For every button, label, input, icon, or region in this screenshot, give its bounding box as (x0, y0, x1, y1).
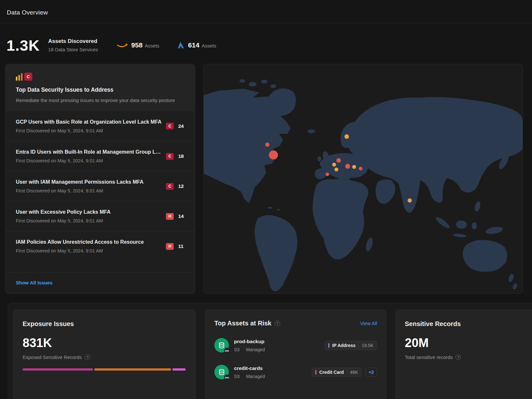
page-title: Data Overview (7, 9, 48, 16)
aws-asset-count: 958 (131, 41, 143, 49)
asset-status: Managed (246, 374, 265, 379)
sensitive-data-tag: IP Address 19.5K (325, 341, 377, 350)
issues-card-header: C Top Data Security Issues to Address Re… (5, 64, 195, 111)
issue-row[interactable]: User with Excessive Policy Lacks MFA Fir… (5, 201, 195, 231)
issue-count: 14 (178, 213, 185, 219)
issue-count: 11 (178, 243, 185, 249)
exposure-issues-label: Exposed Sensitive Records (23, 354, 82, 360)
provider-stat-aws: 958 Assets (117, 41, 159, 49)
tag-divider (347, 368, 347, 376)
issues-card-title: Top Data Security Issues to Address (16, 87, 185, 93)
tag-value: 46K (350, 370, 358, 375)
asset-name: prod-backup (234, 339, 320, 344)
map-marker[interactable] (345, 164, 350, 169)
asset-status: Managed (246, 347, 265, 352)
critical-badge-icon: C (24, 73, 32, 81)
help-icon[interactable] (275, 321, 280, 326)
map-marker[interactable] (352, 165, 356, 169)
issue-row[interactable]: Entra ID Users with Built-In Role at Man… (5, 141, 195, 171)
issue-discovered-date: First Discovered on May 5, 2024, 9:01 AM (16, 248, 162, 253)
asset-service: S3 (234, 347, 240, 352)
map-marker[interactable] (265, 143, 269, 147)
issue-count: 18 (178, 153, 185, 159)
sensitive-records-value: 20M (405, 336, 532, 350)
issue-title: User with IAM Management Permissions Lac… (16, 179, 162, 185)
sensitive-records-card: Sensitive Records 20M Total sensitive re… (395, 310, 532, 399)
severity-badge: C (166, 123, 174, 129)
map-marker[interactable] (332, 163, 336, 167)
issue-discovered-date: First Discovered on May 5, 2024, 9:01 AM (16, 128, 162, 133)
top-security-issues-card: C Top Data Security Issues to Address Re… (5, 64, 195, 294)
issue-row[interactable]: GCP Users with Basic Role at Organizatio… (5, 111, 195, 141)
map-marker[interactable] (334, 168, 338, 171)
map-marker[interactable] (336, 158, 341, 163)
sensitive-data-tag: Credit Card 46K (312, 368, 362, 377)
help-icon[interactable] (85, 354, 90, 360)
issues-card-subtitle: Remediate the most pressing issues to im… (16, 97, 185, 103)
severity-badge: C (166, 183, 174, 190)
issue-discovered-date: First Discovered on May 5, 2024, 9:01 AM (16, 218, 162, 223)
tag-label: Credit Card (319, 370, 344, 375)
tag-accent-bar (315, 370, 316, 374)
severity-badge: H (166, 213, 174, 220)
issue-row[interactable]: User with IAM Management Permissions Lac… (5, 171, 195, 201)
issue-title: User with Excessive Policy Lacks MFA (16, 209, 162, 215)
issue-discovered-date: First Discovered on May 5, 2024, 9:01 AM (16, 188, 162, 193)
azure-asset-unit: Assets (202, 43, 216, 48)
asset-row[interactable]: aws credit-cards S3 Managed Credit Card … (214, 365, 377, 379)
tag-accent-bar (328, 343, 329, 348)
exposure-bar-segment (23, 368, 93, 371)
issue-title: IAM Policies Allow Unrestricted Access t… (16, 239, 162, 245)
exposure-issues-title: Exposure Issues (23, 320, 186, 328)
azure-logo-icon (176, 41, 185, 49)
severity-bars-icon (16, 73, 23, 81)
header-divider (0, 23, 532, 23)
provider-stat-azure: 614 Assets (176, 41, 216, 49)
view-all-link[interactable]: View All (360, 321, 377, 326)
map-marker[interactable] (408, 198, 412, 202)
exposure-issues-card: Exposure Issues 831K Exposed Sensitive R… (13, 310, 196, 399)
azure-asset-count: 614 (188, 41, 200, 49)
sensitive-records-title: Sensitive Records (405, 320, 532, 328)
issue-discovered-date: First Discovered on May 5, 2024, 9:01 AM (16, 158, 162, 163)
database-icon: aws (214, 365, 229, 379)
issues-list: GCP Users with Basic Role at Organizatio… (5, 111, 195, 272)
exposure-issues-value: 831K (23, 336, 186, 350)
map-dots-layer (204, 64, 523, 293)
asset-service: S3 (234, 374, 240, 379)
tag-value: 19.5K (362, 343, 373, 348)
issue-row[interactable]: IAM Policies Allow Unrestricted Access t… (5, 231, 195, 261)
map-marker[interactable] (269, 150, 278, 159)
severity-badge: H (166, 243, 174, 250)
aws-provider-badge: aws (224, 374, 230, 380)
issue-count: 24 (178, 123, 185, 129)
database-icon: aws (214, 338, 229, 353)
severity-badge: C (166, 153, 174, 160)
data-store-services-label: 18 Data Store Services (48, 47, 98, 52)
top-assets-at-risk-card: Top Assets at Risk View All aws prod-bac… (205, 310, 386, 399)
more-tags-badge[interactable]: +2 (365, 368, 377, 377)
summary-stats-row: 1.3K Assets Discovered 18 Data Store Ser… (6, 32, 216, 59)
asset-name: credit-cards (234, 365, 307, 371)
issue-count: 12 (178, 183, 185, 189)
tag-label: IP Address (332, 343, 355, 348)
exposure-bar (23, 368, 186, 371)
show-all-issues-link[interactable]: Show All Issues (5, 272, 195, 293)
world-map-card (203, 64, 523, 294)
map-marker[interactable] (326, 172, 329, 176)
aws-asset-unit: Assets (145, 43, 159, 48)
asset-row[interactable]: aws prod-backup S3 Managed IP Address 19… (214, 338, 377, 353)
aws-provider-badge: aws (224, 348, 230, 353)
tag-divider (358, 341, 359, 350)
map-marker[interactable] (359, 167, 363, 170)
sensitive-records-label: Total sensitive records (405, 354, 453, 360)
help-icon[interactable] (455, 354, 461, 360)
assets-discovered-count: 1.3K (6, 38, 40, 53)
bottom-panel: Exposure Issues 831K Exposed Sensitive R… (8, 303, 532, 399)
assets-discovered-label: Assets Discovered (48, 38, 98, 45)
top-assets-title: Top Assets at Risk (214, 320, 271, 327)
aws-logo-icon (117, 42, 128, 49)
issue-title: Entra ID Users with Built-In Role at Man… (16, 149, 162, 155)
map-marker[interactable] (344, 134, 349, 139)
issue-title: GCP Users with Basic Role at Organizatio… (16, 119, 162, 125)
